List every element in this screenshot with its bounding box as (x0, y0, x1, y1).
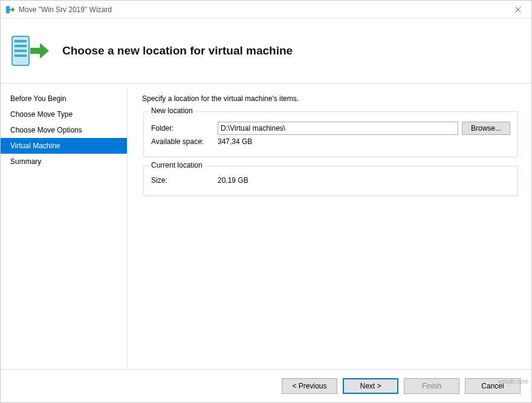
next-button[interactable]: Next > (343, 378, 398, 394)
group-title-new-location: New location (149, 106, 195, 115)
svg-rect-3 (15, 45, 27, 47)
wizard-body: Before You Begin Choose Move Type Choose… (1, 84, 531, 369)
group-current-location: Current location Size: 20,19 GB (143, 166, 518, 196)
watermark: wsxdn.com (498, 378, 528, 385)
finish-button[interactable]: Finish (404, 378, 459, 394)
svg-rect-5 (15, 54, 27, 57)
svg-rect-0 (6, 6, 10, 13)
svg-rect-4 (15, 50, 27, 52)
server-move-icon (9, 30, 51, 72)
content-pane: Specify a location for the virtual machi… (128, 87, 531, 369)
titlebar: Move "Win Srv 2019" Wizard (1, 1, 531, 19)
wizard-header: Choose a new location for virtual machin… (1, 19, 531, 84)
sidebar-item-choose-move-type[interactable]: Choose Move Type (1, 106, 127, 122)
folder-label: Folder: (151, 124, 218, 133)
sidebar-item-choose-move-options[interactable]: Choose Move Options (1, 122, 127, 138)
instruction-text: Specify a location for the virtual machi… (142, 94, 519, 103)
available-space-label: Available space: (151, 137, 218, 146)
previous-button[interactable]: < Previous (282, 378, 337, 394)
size-value: 20,19 GB (218, 176, 248, 185)
available-space-value: 347,34 GB (218, 137, 252, 146)
wizard-window: Move "Win Srv 2019" Wizard Choose a new … (0, 0, 532, 403)
svg-rect-2 (15, 40, 27, 42)
sidebar: Before You Begin Choose Move Type Choose… (1, 87, 128, 369)
group-new-location: New location Folder: Browse... Available… (143, 111, 518, 157)
sidebar-item-before-you-begin[interactable]: Before You Begin (1, 91, 127, 106)
sidebar-item-summary[interactable]: Summary (1, 154, 127, 169)
sidebar-item-virtual-machine[interactable]: Virtual Machine (1, 138, 127, 154)
size-label: Size: (151, 176, 218, 185)
close-button[interactable] (504, 1, 531, 19)
wizard-footer: < Previous Next > Finish Cancel (1, 369, 531, 402)
page-title: Choose a new location for virtual machin… (62, 44, 293, 57)
browse-button[interactable]: Browse... (462, 122, 510, 135)
folder-input[interactable] (218, 122, 458, 135)
window-title: Move "Win Srv 2019" Wizard (19, 5, 504, 14)
app-icon (5, 5, 15, 15)
group-title-current-location: Current location (149, 161, 205, 169)
